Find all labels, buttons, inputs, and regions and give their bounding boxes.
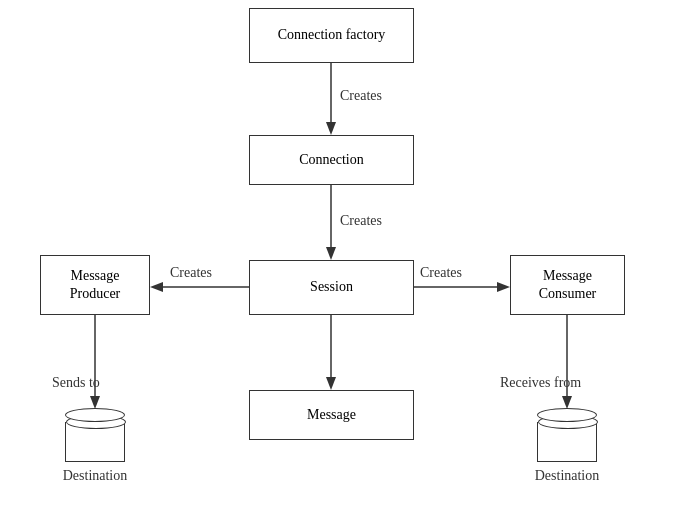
svg-marker-7 [497, 282, 510, 292]
svg-marker-9 [326, 377, 336, 390]
connection-factory-box: Connection factory [249, 8, 414, 63]
cylinder-right-top [537, 408, 597, 422]
cylinder-right-body [537, 422, 597, 462]
creates-label-4: Creates [420, 265, 462, 281]
message-producer-box: MessageProducer [40, 255, 150, 315]
cylinder-left-body [65, 422, 125, 462]
session-label: Session [310, 278, 353, 296]
connection-box: Connection [249, 135, 414, 185]
connection-label: Connection [299, 151, 364, 169]
destination-right-cylinder [537, 408, 597, 462]
message-consumer-box: MessageConsumer [510, 255, 625, 315]
destination-left-cylinder [65, 408, 125, 462]
message-producer-label: MessageProducer [70, 267, 121, 303]
sends-to-label: Sends to [52, 375, 100, 391]
creates-label-3: Creates [170, 265, 212, 281]
destination-left-label: Destination [55, 468, 135, 484]
message-consumer-label: MessageConsumer [539, 267, 597, 303]
svg-marker-1 [326, 122, 336, 135]
svg-marker-3 [326, 247, 336, 260]
message-label: Message [307, 406, 356, 424]
connection-factory-label: Connection factory [278, 26, 386, 44]
destination-right-label: Destination [527, 468, 607, 484]
creates-label-2: Creates [340, 213, 382, 229]
svg-marker-5 [150, 282, 163, 292]
creates-label-1: Creates [340, 88, 382, 104]
message-box: Message [249, 390, 414, 440]
receives-from-label: Receives from [500, 375, 581, 391]
cylinder-left-top [65, 408, 125, 422]
diagram: Connection factory Connection Session Me… [0, 0, 699, 513]
session-box: Session [249, 260, 414, 315]
